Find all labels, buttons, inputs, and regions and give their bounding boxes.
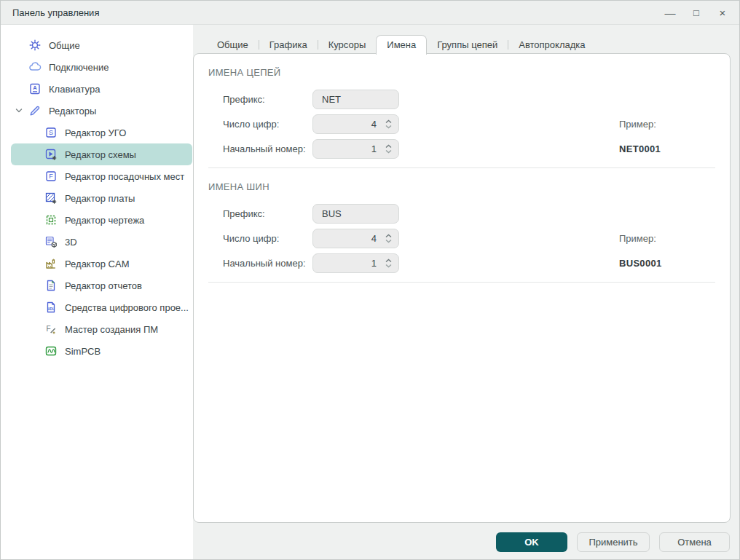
titlebar: Панель управления — □ × — [1, 1, 739, 25]
close-button[interactable]: × — [712, 4, 733, 23]
maximize-icon: □ — [693, 7, 699, 18]
example-label: Пример: — [619, 229, 656, 248]
board-editor-icon — [44, 192, 58, 205]
tab-names[interactable]: Имена — [376, 35, 427, 55]
sidebar-item-label: Редактор отчетов — [65, 280, 142, 291]
net-digits-spinner — [312, 114, 399, 134]
keyboard-icon: A — [28, 82, 42, 95]
sidebar-item-symbol-editor[interactable]: S Редактор УГО — [11, 122, 192, 143]
minimize-icon: — — [665, 7, 676, 19]
hdl-icon: HDL — [44, 301, 58, 314]
form-row: Префикс: — [223, 90, 715, 109]
svg-text:F: F — [49, 173, 53, 180]
sidebar-item-label: Клавиатура — [49, 84, 100, 95]
sidebar-item-label: Редактор посадочных мест — [65, 171, 184, 182]
svg-text:F: F — [47, 325, 51, 333]
sidebar-item-keyboard[interactable]: A Клавиатура — [11, 78, 192, 100]
sidebar-item-general[interactable]: Общие — [11, 34, 192, 56]
sidebar-item-cam-editor[interactable]: Редактор CAM — [11, 253, 192, 275]
sidebar-item-label: Редактор УГО — [65, 127, 126, 138]
ok-button[interactable]: OK — [496, 532, 567, 552]
tab-bar: Общие Графика Курсоры Имена Группы цепей… — [207, 35, 596, 55]
sidebar-item-label: Редактор схемы — [65, 149, 136, 160]
sidebar-item-label: Подключение — [49, 62, 109, 73]
minimize-button[interactable]: — — [659, 4, 681, 23]
window-title: Панель управления — [12, 7, 99, 18]
form-row: Префикс: — [223, 204, 715, 224]
net-start-number-spinner — [312, 139, 399, 159]
sidebar-item-label: Общие — [49, 40, 80, 51]
svg-text:HDL: HDL — [47, 307, 55, 311]
field-label: Начальный номер: — [223, 258, 312, 269]
svg-text:A: A — [33, 84, 37, 91]
field-label: Начальный номер: — [223, 143, 312, 154]
sidebar-item-footprint-editor[interactable]: F Редактор посадочных мест — [11, 165, 192, 187]
field-label: Префикс: — [223, 94, 312, 105]
simpcb-icon — [44, 344, 58, 358]
sidebar-item-label: 3D — [65, 237, 77, 248]
net-prefix-input[interactable] — [312, 90, 399, 109]
sidebar-item-label: Редактор CAM — [65, 259, 129, 269]
bus-start-number-spinner — [312, 253, 399, 273]
sidebar-item-schematic-editor[interactable]: Редактор схемы — [11, 143, 192, 165]
sidebar-item-footprint-wizard[interactable]: F Мастер создания ПМ — [11, 318, 192, 340]
section-title: ИМЕНА ШИН — [208, 181, 715, 192]
apply-button[interactable]: Применить — [577, 532, 650, 552]
sidebar-item-label: Редакторы — [49, 106, 96, 117]
field-label: Число цифр: — [223, 119, 312, 130]
sidebar: Общие Подключение A Клавиатура Редакторы — [1, 25, 193, 559]
section-title: ИМЕНА ЦЕПЕЙ — [208, 67, 715, 78]
3d-icon — [44, 235, 58, 248]
spinner-arrows-icon[interactable] — [385, 257, 393, 269]
cloud-icon — [28, 60, 42, 74]
spinner-arrows-icon[interactable] — [385, 118, 393, 130]
sidebar-item-connection[interactable]: Подключение — [11, 56, 192, 78]
pencil-icon — [28, 104, 42, 117]
sidebar-item-editors[interactable]: Редакторы — [11, 100, 192, 122]
sidebar-item-label: Редактор платы — [65, 193, 135, 204]
tab-graphics[interactable]: Графика — [259, 36, 318, 55]
sidebar-item-board-editor[interactable]: Редактор платы — [11, 187, 192, 209]
net-names-section: ИМЕНА ЦЕПЕЙ Префикс: Число цифр: — [208, 67, 715, 159]
maximize-button[interactable]: □ — [685, 4, 707, 23]
example-label: Пример: — [619, 114, 656, 134]
sidebar-item-simpcb[interactable]: SimPCB — [11, 340, 192, 362]
field-label: Число цифр: — [223, 233, 312, 244]
footprint-editor-icon: F — [44, 170, 58, 183]
settings-panel: ИМЕНА ЦЕПЕЙ Префикс: Число цифр: — [193, 53, 731, 523]
wizard-icon: F — [44, 323, 58, 336]
cancel-button[interactable]: Отмена — [659, 532, 730, 552]
schematic-editor-icon — [44, 148, 58, 161]
bus-prefix-input[interactable] — [312, 204, 399, 224]
tab-cursors[interactable]: Курсоры — [318, 36, 377, 55]
bus-names-section: ИМЕНА ШИН Префикс: Число цифр: — [208, 181, 715, 273]
sidebar-item-report-editor[interactable]: Редактор отчетов — [11, 275, 192, 296]
bus-digits-spinner — [312, 229, 399, 248]
tab-autorouting[interactable]: Автопрокладка — [508, 36, 595, 55]
section-divider — [208, 167, 715, 168]
sidebar-item-digital-design-tools[interactable]: HDL Средства цифрового прое... — [11, 296, 192, 318]
svg-text:S: S — [49, 129, 53, 136]
example-value: NET0001 — [619, 139, 661, 159]
cam-editor-icon — [44, 257, 58, 270]
sidebar-item-label: Средства цифрового прое... — [65, 302, 189, 313]
symbol-editor-icon: S — [44, 126, 58, 139]
drawing-editor-icon — [44, 213, 58, 226]
window-controls: — □ × — [659, 1, 733, 25]
tab-general[interactable]: Общие — [207, 36, 259, 55]
control-panel-window: Панель управления — □ × Общие Подключени… — [0, 0, 740, 560]
sidebar-item-label: Мастер создания ПМ — [65, 324, 158, 335]
tab-net-groups[interactable]: Группы цепей — [427, 36, 508, 55]
section-divider — [208, 282, 715, 283]
sidebar-item-label: Редактор чертежа — [65, 215, 144, 226]
sidebar-item-3d[interactable]: 3D — [11, 231, 192, 253]
sidebar-item-drawing-editor[interactable]: Редактор чертежа — [11, 209, 192, 231]
example-value: BUS0001 — [619, 253, 661, 273]
report-editor-icon — [44, 279, 58, 292]
spinner-arrows-icon[interactable] — [385, 232, 393, 245]
gear-icon — [28, 39, 42, 52]
chevron-down-icon[interactable] — [14, 106, 24, 116]
field-label: Префикс: — [223, 208, 312, 219]
spinner-arrows-icon[interactable] — [385, 143, 393, 155]
close-icon: × — [720, 7, 726, 19]
